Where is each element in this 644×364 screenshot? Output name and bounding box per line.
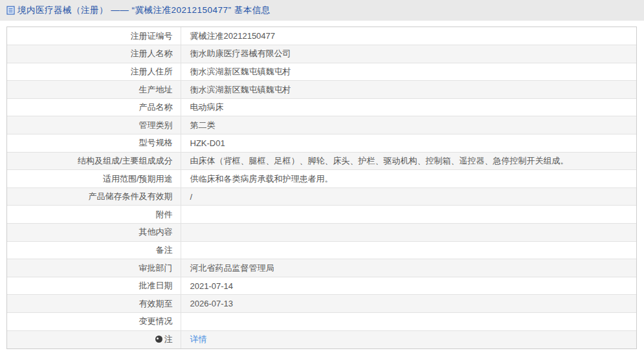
row-label: 型号规格 — [7, 134, 181, 153]
row-label: 备注 — [7, 241, 181, 259]
row-label: 批准日期 — [7, 277, 181, 295]
row-label: 管理类别 — [7, 116, 181, 134]
row-value: HZK-D01 — [181, 134, 636, 153]
table-row: 注册人名称衡水助康医疗器械有限公司 — [7, 45, 636, 63]
table-row: 备注 — [7, 241, 636, 259]
row-label-text: 附件 — [156, 209, 173, 219]
row-value: 衡水滨湖新区魏屯镇魏屯村 — [181, 81, 636, 99]
row-label-text: 审批部门 — [139, 263, 173, 273]
row-label-text: 型号规格 — [139, 138, 173, 147]
table-row: 注详情 — [7, 330, 636, 348]
row-value — [181, 313, 636, 331]
row-label: 注 — [7, 330, 181, 348]
table-row: 审批部门河北省药品监督管理局 — [7, 259, 636, 277]
row-label-text: 结构及组成/主要组成成分 — [78, 156, 173, 166]
table-row: 适用范围/预期用途供临床和各类病房承载和护理患者用。 — [7, 170, 636, 188]
document-icon — [6, 6, 15, 15]
row-value: 由床体（背框、腿框、足框）、脚轮、床头、护栏、驱动机构、控制箱、遥控器、急停控制… — [181, 152, 636, 170]
table-row: 型号规格HZK-D01 — [7, 134, 636, 153]
table-row: 产品储存条件及有效期/ — [7, 187, 636, 206]
row-label-text: 备注 — [156, 245, 173, 255]
row-value: 详情 — [181, 330, 636, 348]
row-label: 生产地址 — [7, 81, 181, 99]
row-label: 产品名称 — [7, 98, 181, 116]
table-row: 管理类别第二类 — [7, 116, 636, 134]
detail-link[interactable]: 详情 — [190, 334, 207, 344]
row-label-text: 注册人住所 — [131, 67, 173, 76]
note-balloon-icon — [155, 336, 162, 343]
row-label: 变更情况 — [7, 313, 181, 331]
table-row: 结构及组成/主要组成成分由床体（背框、腿框、足框）、脚轮、床头、护栏、驱动机构、… — [7, 152, 636, 170]
table-row: 有效期至2026-07-13 — [7, 295, 636, 313]
page-title: 境内医疗器械（注册） —— “冀械注准20212150477” 基本信息 — [17, 5, 271, 16]
row-label-text: 产品名称 — [139, 102, 173, 112]
table-row: 附件 — [7, 206, 636, 224]
row-label: 适用范围/预期用途 — [7, 170, 181, 188]
row-value: 2026-07-13 — [181, 295, 636, 313]
table-row: 批准日期2021-07-14 — [7, 277, 636, 295]
row-label-text: 适用范围/预期用途 — [103, 174, 173, 184]
row-label-text: 注册证编号 — [131, 31, 173, 41]
row-value — [181, 224, 636, 242]
row-value: 2021-07-14 — [181, 277, 636, 295]
row-label: 审批部门 — [7, 259, 181, 277]
row-label: 注册证编号 — [7, 27, 181, 45]
info-table: 注册证编号冀械注准20212150477注册人名称衡水助康医疗器械有限公司注册人… — [7, 27, 636, 348]
row-label: 注册人名称 — [7, 45, 181, 63]
table-row: 注册证编号冀械注准20212150477 — [7, 27, 636, 45]
row-label: 结构及组成/主要组成成分 — [7, 152, 181, 170]
row-value: 衡水助康医疗器械有限公司 — [181, 45, 636, 63]
table-row: 生产地址衡水滨湖新区魏屯镇魏屯村 — [7, 81, 636, 99]
row-label-text: 产品储存条件及有效期 — [89, 191, 173, 201]
row-label-text: 变更情况 — [139, 316, 173, 326]
row-value: 第二类 — [181, 116, 636, 134]
row-label-text: 生产地址 — [139, 85, 173, 94]
row-label-text: 有效期至 — [139, 299, 173, 308]
table-row: 注册人住所衡水滨湖新区魏屯镇魏屯村 — [7, 63, 636, 81]
row-label: 其他内容 — [7, 224, 181, 242]
row-value — [181, 206, 636, 224]
row-label: 有效期至 — [7, 295, 181, 313]
row-value: 电动病床 — [181, 98, 636, 116]
table-row: 产品名称电动病床 — [7, 98, 636, 116]
info-table-container: 注册证编号冀械注准20212150477注册人名称衡水助康医疗器械有限公司注册人… — [6, 27, 637, 349]
row-label: 产品储存条件及有效期 — [7, 187, 181, 206]
row-value: 供临床和各类病房承载和护理患者用。 — [181, 170, 636, 188]
row-label-text: 其他内容 — [139, 227, 173, 237]
row-label-text: 管理类别 — [139, 120, 173, 130]
row-label: 注册人住所 — [7, 63, 181, 81]
row-value: 衡水滨湖新区魏屯镇魏屯村 — [181, 63, 636, 81]
info-table-body: 注册证编号冀械注准20212150477注册人名称衡水助康医疗器械有限公司注册人… — [7, 27, 636, 348]
row-label-text: 批准日期 — [139, 281, 173, 290]
row-label-text: 注 — [164, 334, 173, 344]
table-row: 其他内容 — [7, 224, 636, 242]
table-row: 变更情况 — [7, 313, 636, 331]
row-value: / — [181, 187, 636, 206]
row-value: 河北省药品监督管理局 — [181, 259, 636, 277]
row-label-text: 注册人名称 — [131, 48, 173, 58]
row-value: 冀械注准20212150477 — [181, 27, 636, 45]
row-value — [181, 241, 636, 259]
row-label: 附件 — [7, 206, 181, 224]
page-header: 境内医疗器械（注册） —— “冀械注准20212150477” 基本信息 — [0, 0, 644, 21]
